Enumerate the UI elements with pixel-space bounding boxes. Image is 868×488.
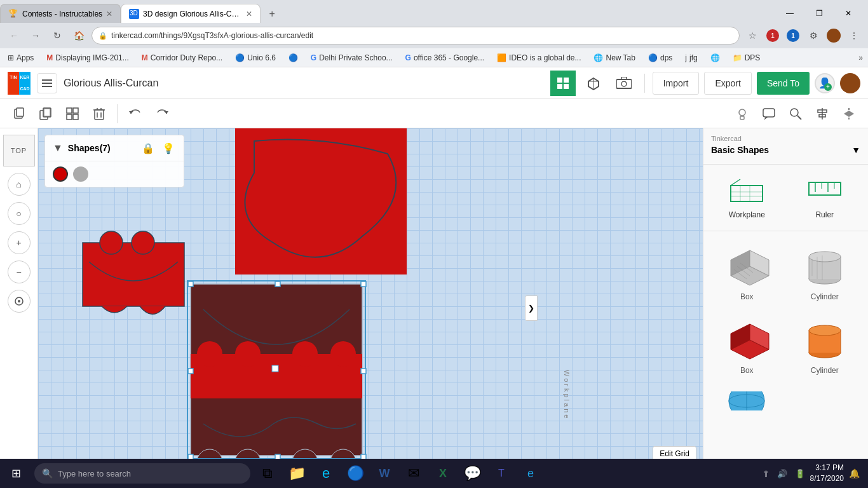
- undo-button[interactable]: [124, 102, 147, 125]
- taskbar-edge[interactable]: e: [311, 459, 341, 488]
- import-button[interactable]: Import: [653, 72, 700, 95]
- align-tool-button[interactable]: [811, 102, 834, 125]
- add-user-button[interactable]: 👤 +: [815, 73, 835, 93]
- fit-view-button[interactable]: ○: [8, 202, 31, 225]
- blue-icon: 🔵: [288, 53, 298, 62]
- bookmark-globe[interactable]: 🌐: [708, 52, 722, 64]
- hamburger-menu-button[interactable]: [37, 73, 57, 93]
- collapse-panel-button[interactable]: ❯: [525, 295, 538, 321]
- jfg-icon: j: [685, 53, 687, 62]
- lock-shape-icon[interactable]: 🔒: [140, 140, 156, 156]
- shapes-selector[interactable]: Basic Shapes ▼: [711, 142, 860, 158]
- light-tool-button[interactable]: [731, 102, 754, 125]
- volume-icon[interactable]: 🔊: [775, 469, 790, 478]
- zoom-in-button[interactable]: +: [8, 231, 31, 254]
- mirror-tool-button[interactable]: [837, 102, 860, 125]
- home-view-button[interactable]: ⌂: [8, 173, 31, 196]
- bookmark-newtab[interactable]: 🌐 New Tab: [591, 52, 637, 64]
- ruler-tool[interactable]: Ruler: [789, 171, 861, 224]
- address-bar[interactable]: 🔒 tinkercad.com/things/9XgsqT3sfxA-glori…: [92, 27, 740, 44]
- profile-icon[interactable]: 1: [764, 27, 782, 44]
- taskbar-mail[interactable]: ✉: [399, 459, 428, 488]
- taskbar-teams2[interactable]: T: [487, 459, 516, 488]
- bookmark-delhi[interactable]: G Delhi Private Schoo...: [308, 52, 395, 64]
- more-options-icon[interactable]: ⋮: [845, 27, 863, 44]
- bookmark-img[interactable]: M Displaying IMG-201...: [44, 52, 131, 64]
- bookmark-office365[interactable]: G office 365 - Google...: [403, 52, 487, 64]
- maximize-button[interactable]: ❐: [804, 4, 834, 23]
- bookmark-ideo[interactable]: 🟧 IDEO is a global de...: [494, 52, 583, 64]
- taskbar-ie[interactable]: e: [516, 459, 545, 488]
- gray-color-swatch[interactable]: [73, 166, 88, 182]
- shape-card-sphere-blue[interactable]: [711, 386, 783, 416]
- home-button[interactable]: 🏠: [70, 27, 88, 44]
- puzzle-piece-red[interactable]: [83, 231, 184, 315]
- red-color-swatch[interactable]: [53, 166, 68, 182]
- new-tab-button[interactable]: +: [263, 5, 281, 23]
- taskbar-explorer[interactable]: 📁: [282, 459, 311, 488]
- workplane-ruler-row: Workplane Ruler: [703, 165, 868, 231]
- taskbar-chrome[interactable]: 🔵: [341, 459, 370, 488]
- tab-close-instructables[interactable]: ✕: [106, 10, 112, 18]
- search-tool-button[interactable]: [784, 102, 807, 125]
- grid-view-button[interactable]: [550, 71, 576, 96]
- refresh-button[interactable]: ↻: [48, 27, 66, 44]
- align-icon: [815, 107, 829, 121]
- canvas-area[interactable]: ▼ Shapes(7) 🔒 💡: [38, 128, 703, 488]
- notification-button[interactable]: 🔔: [846, 466, 862, 481]
- start-button[interactable]: ⊞: [0, 459, 32, 488]
- bookmark-office365-label: office 365 - Google...: [414, 53, 484, 62]
- zoom-out-button[interactable]: −: [8, 261, 31, 283]
- user-avatar-browser[interactable]: [825, 27, 843, 44]
- taskbar-time[interactable]: 3:17 PM 8/17/2020: [810, 463, 844, 484]
- workplane-tool[interactable]: Workplane: [711, 171, 783, 224]
- group-button[interactable]: [61, 102, 84, 125]
- copy-button[interactable]: [8, 102, 31, 125]
- star-icon[interactable]: ☆: [743, 27, 761, 44]
- shapes-chevron-icon[interactable]: ▼: [53, 142, 63, 154]
- shape-card-cylinder-gray[interactable]: Cylinder: [789, 239, 861, 306]
- network-icon[interactable]: ⇧: [760, 469, 772, 478]
- heart-shape-red[interactable]: [235, 128, 407, 274]
- bookmark-jfg[interactable]: j jfg: [682, 52, 700, 64]
- bookmark-dps[interactable]: 🔵 dps: [646, 52, 675, 64]
- bookmarks-more-icon[interactable]: »: [858, 53, 863, 62]
- send-to-button[interactable]: Send To: [757, 72, 810, 95]
- redo-button[interactable]: [151, 102, 173, 125]
- close-button[interactable]: ✕: [834, 4, 863, 23]
- bookmark-corridor[interactable]: M Corridor Duty Repo...: [139, 52, 225, 64]
- camera-view-button[interactable]: [611, 71, 637, 96]
- taskbar-search-box[interactable]: 🔍 Type here to search: [34, 463, 250, 484]
- minimize-button[interactable]: —: [775, 4, 804, 23]
- tab-close-tinkercad[interactable]: ✕: [246, 10, 252, 18]
- bookmark-blue[interactable]: 🔵: [286, 52, 301, 64]
- taskbar-teams1[interactable]: 💬: [458, 459, 487, 488]
- bookmark-dps-folder[interactable]: 📁 DPS: [730, 52, 763, 64]
- build-view-button[interactable]: [581, 71, 606, 96]
- taskbar-excel[interactable]: X: [428, 459, 458, 488]
- user-avatar[interactable]: [840, 73, 860, 93]
- settings-icon[interactable]: ⚙: [804, 27, 822, 44]
- duplicate-button[interactable]: [34, 102, 57, 125]
- speech-bubble-tool-button[interactable]: [757, 102, 780, 125]
- bookmark-apps[interactable]: ⊞ Apps: [5, 52, 36, 64]
- bottom-combo-shape[interactable]: [187, 281, 366, 459]
- battery-icon[interactable]: 🔋: [792, 469, 808, 478]
- bookmark-unio[interactable]: 🔵 Unio 6.6: [233, 52, 278, 64]
- taskbar-word[interactable]: W: [370, 459, 399, 488]
- taskbar-task-view[interactable]: ⧉: [253, 459, 282, 488]
- profile2-icon[interactable]: 1: [784, 27, 802, 44]
- forward-button[interactable]: →: [27, 27, 44, 44]
- delete-button[interactable]: [88, 102, 111, 125]
- back-button[interactable]: ←: [5, 27, 23, 44]
- shape-card-cylinder-orange[interactable]: Cylinder: [789, 313, 861, 380]
- shape-card-box-gray[interactable]: Box: [711, 239, 783, 306]
- tab-instructables[interactable]: 🏆 Contests - Instructables ✕: [0, 4, 121, 23]
- light-shape-icon[interactable]: 💡: [161, 140, 176, 156]
- reset-view-button[interactable]: [8, 290, 31, 313]
- tinkercad-logo[interactable]: TIN KER CAD: [8, 72, 31, 95]
- view-cube[interactable]: TOP: [3, 135, 35, 166]
- tab-tinkercad[interactable]: 3D 3D design Glorious Allis-Curcan ✕: [121, 4, 261, 23]
- export-button[interactable]: Export: [704, 72, 751, 95]
- shape-card-box-red[interactable]: Box: [711, 313, 783, 380]
